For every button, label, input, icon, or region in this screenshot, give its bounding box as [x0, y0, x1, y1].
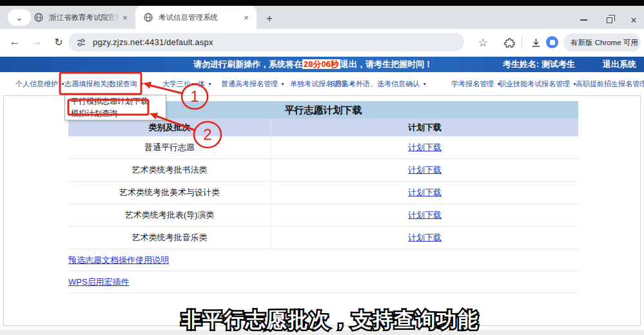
app-menu-bar: 个人信息维护▼ 志愿填报相关|数据查询▼ 大学三位一体▼ 普通高考报名管理▼ 单…: [0, 72, 644, 95]
tab-zjzs-official[interactable]: 浙江省教育考试院官网 考生办 ×: [26, 6, 135, 29]
reload-button[interactable]: ↻: [49, 32, 68, 52]
dropdown-item-mock-plan-query[interactable]: 模拟计划查询: [65, 108, 166, 120]
window-minimize-button[interactable]: [574, 13, 593, 27]
minimize-icon: [580, 19, 587, 21]
menu-item-personal-info[interactable]: 个人信息维护▼: [15, 72, 65, 95]
globe-icon: [34, 12, 44, 23]
table-row: 艺术类统考批表(导)演类 计划下载: [68, 204, 578, 227]
app-header: 请勿进行刷新操作，系统将在28分06秒退出，请考生把握时间！ 考生姓名: 测试考…: [0, 57, 644, 72]
browser-tab-bar: ⌄ 浙江省教育考试院官网 考生办 × 考试信息管理系统 × + ✕: [0, 6, 644, 29]
row-category: 艺术类统考批表(导)演类: [68, 204, 271, 226]
window-close-button[interactable]: ✕: [624, 13, 643, 27]
caret-down-icon: ▼: [208, 82, 212, 86]
back-button[interactable]: ←: [5, 32, 24, 52]
menu-label: 志愿填报相关|数据查询: [64, 79, 137, 89]
menu-item-advance-enrollment[interactable]: 高职提前招生报名管理▼: [576, 72, 644, 95]
session-timer: 28分06秒: [302, 59, 340, 69]
chevron-down-icon: ⌄: [16, 13, 23, 23]
row-category: 艺术类统考批美术与设计类: [68, 182, 271, 204]
plan-download-link[interactable]: 计划下载: [408, 165, 442, 175]
caret-down-icon: ▼: [140, 82, 144, 86]
puzzle-icon: [504, 37, 515, 48]
bookmark-button[interactable]: ☆: [476, 35, 490, 50]
doc-link-row: 预选志愿文档操作使用说明: [68, 249, 578, 271]
caret-down-icon: ▼: [280, 82, 285, 86]
close-icon: ✕: [630, 15, 638, 25]
warning-suffix: 退出，请考生把握时间！: [340, 59, 433, 69]
avatar-glyph: [550, 40, 555, 45]
forward-icon: →: [32, 35, 43, 48]
menu-label: 职业技能考试报名管理: [499, 79, 570, 89]
forward-button[interactable]: →: [27, 32, 46, 52]
menu-item-application-query[interactable]: 志愿填报相关|数据查询▼: [64, 72, 144, 95]
chrome-update-button[interactable]: 有新版 Chrome 可用 ⋮: [563, 34, 641, 52]
caret-down-icon: ▼: [422, 82, 427, 86]
menu-item-xuekao-registration[interactable]: 学考报名管理▼: [451, 72, 501, 95]
candidate-name: 考生姓名: 测试考生: [503, 57, 575, 72]
menu-label: 大学三位一体: [162, 79, 205, 89]
content-panel: 平行志愿计划下载 类别及批次 计划下载 普通平行志愿 计划下载 艺术类统考批书法…: [3, 95, 641, 326]
menu-item-gaokao-registration[interactable]: 普通高考报名管理▼: [221, 72, 285, 95]
table-row: 艺术类统考批音乐类 计划下载: [68, 227, 578, 249]
menu-label: 个人信息维护: [15, 79, 58, 89]
menu-label: 普通高考报名管理: [221, 79, 278, 89]
row-category: 艺术类统考批音乐类: [68, 227, 271, 249]
profile-avatar[interactable]: [546, 36, 558, 48]
session-warning: 请勿进行刷新操作，系统将在28分06秒退出，请考生把握时间！: [193, 57, 433, 72]
tab-title: 浙江省教育考试院官网 考生办: [49, 13, 120, 23]
column-header-download: 计划下载: [271, 119, 578, 136]
site-settings-icon: [76, 37, 86, 48]
row-category: 普通平行志愿: [68, 137, 271, 158]
table-row: 普通平行志愿 计划下载: [68, 137, 578, 159]
address-bar[interactable]: pgzy.zjzs.net:4431/default.aspx: [68, 33, 464, 52]
download-icon: [531, 37, 542, 48]
table-row: 艺术类统考批美术与设计类 计划下载: [68, 182, 578, 204]
table-row: 艺术类统考批书法类 计划下载: [68, 159, 578, 182]
menu-label: 学考报名管理: [451, 79, 494, 89]
extensions-button[interactable]: [502, 35, 516, 50]
plus-icon: +: [266, 12, 273, 25]
url-text: pgzy.zjzs.net:4431/default.aspx: [93, 37, 213, 47]
menu-item-vocational-skill[interactable]: 职业技能考试报名管理▼: [499, 72, 577, 95]
warning-prefix: 请勿进行刷新操作，系统将在: [193, 59, 302, 69]
chrome-update-label: 有新版 Chrome 可用: [571, 38, 638, 48]
menu-label: 6月高考外语、选考信息确认: [331, 79, 420, 89]
downloads-button[interactable]: [529, 35, 543, 50]
row-category: 艺术类统考批书法类: [68, 159, 271, 181]
window-top-edge: [0, 0, 644, 6]
star-icon: ☆: [478, 36, 487, 50]
plan-download-table: 平行志愿计划下载 类别及批次 计划下载 普通平行志愿 计划下载 艺术类统考批书法…: [68, 101, 578, 293]
new-tab-button[interactable]: +: [262, 11, 277, 26]
menu-item-june-foreign-language[interactable]: 6月高考外语、选考信息确认▼: [331, 72, 427, 95]
doc-link-row: WPS启用宏插件: [68, 271, 578, 293]
tab-title: 考试信息管理系统: [159, 13, 241, 23]
plan-download-link[interactable]: 计划下载: [408, 233, 442, 242]
restore-icon: [607, 17, 612, 23]
plan-download-link[interactable]: 计划下载: [408, 210, 442, 220]
tab-exam-info-system[interactable]: 考试信息管理系统 ×: [135, 6, 257, 29]
plan-download-link[interactable]: 计划下载: [408, 142, 442, 152]
tab-close-icon[interactable]: ×: [120, 13, 130, 23]
dropdown-item-parallel-mock-plan-download[interactable]: 平行模拟志愿计划下载: [65, 95, 166, 108]
reload-icon: ↻: [54, 36, 63, 48]
video-caption: 非平行志愿批次，支持查询功能: [8, 307, 644, 334]
preselect-doc-guide-link[interactable]: 预选志愿文档操作使用说明: [68, 255, 169, 265]
tab-close-icon[interactable]: ×: [241, 13, 251, 23]
logout-button[interactable]: 退出系统: [603, 57, 636, 72]
plan-download-link[interactable]: 计划下载: [408, 187, 442, 197]
window-restore-button[interactable]: [600, 13, 619, 27]
menu-label: 高职提前招生报名管理: [576, 79, 644, 89]
table-header-row: 类别及批次 计划下载: [68, 119, 578, 137]
toolbar-divider: [522, 36, 522, 49]
menu-item-sanweiyiti[interactable]: 大学三位一体▼: [162, 72, 212, 95]
globe-icon: [143, 12, 153, 23]
application-query-dropdown: 平行模拟志愿计划下载 模拟计划查询: [64, 95, 166, 120]
back-icon: ←: [10, 35, 21, 48]
wps-macro-plugin-link[interactable]: WPS启用宏插件: [68, 277, 130, 287]
column-header-category: 类别及批次: [68, 119, 271, 136]
